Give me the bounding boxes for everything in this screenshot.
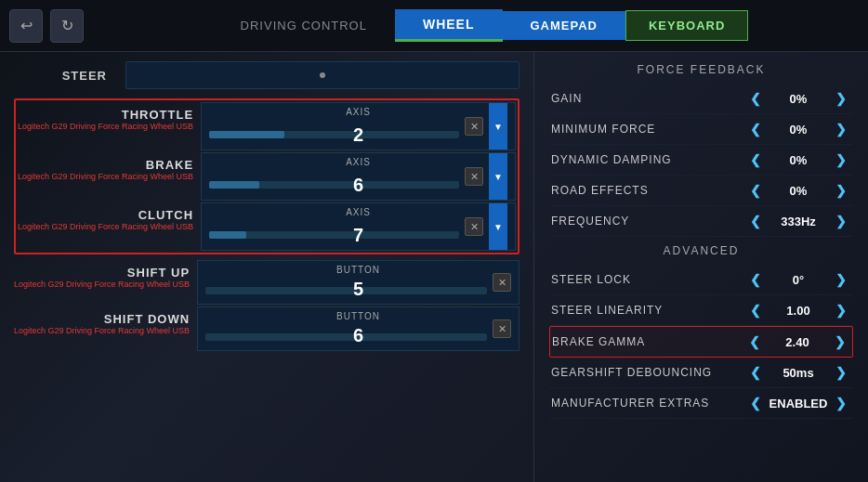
steer-linearity-right-arrow[interactable]: ❯ [831, 300, 851, 320]
shiftdown-device: Logitech G29 Driving Force Racing Wheel … [14, 326, 190, 335]
steer-label: STEER [14, 69, 107, 83]
throttle-bar [209, 131, 459, 138]
brake-bar [209, 181, 459, 189]
shiftup-bar [205, 287, 487, 294]
top-bar-icons: ↩ ↻ [9, 9, 84, 43]
brake-gamma-row: BRAKE GAMMA ❮ 2.40 ❯ [549, 326, 853, 358]
clutch-left: CLUTCH Logitech G29 Driving Force Racing… [18, 202, 201, 251]
advanced-settings: STEER LOCK ❮ 0° ❯ STEER LINEARITY ❮ 1.00… [549, 265, 853, 419]
steer-lock-right-arrow[interactable]: ❯ [831, 269, 851, 290]
throttle-clear-button[interactable]: ✕ [465, 117, 483, 136]
throttle-control: AXIS 2 ✕ ▼ [201, 102, 516, 150]
gearshift-debouncing-right-arrow[interactable]: ❯ [831, 362, 851, 383]
tab-keyboard[interactable]: KEYBOARD [625, 10, 748, 41]
gearshift-debouncing-value: 50ms [766, 366, 831, 380]
gearshift-debouncing-name: GEARSHIFT DEBOUNCING [551, 366, 745, 379]
shiftup-button-value: 5 [353, 279, 363, 300]
minimum-force-value: 0% [766, 123, 831, 137]
throttle-axis-value: 2 [353, 124, 363, 146]
clutch-clear-button[interactable]: ✕ [465, 217, 483, 236]
steer-lock-row: STEER LOCK ❮ 0° ❯ [549, 265, 853, 295]
steer-row: STEER [14, 61, 519, 89]
brake-gamma-left-arrow[interactable]: ❮ [744, 332, 765, 352]
shiftup-clear-button[interactable]: ✕ [493, 273, 511, 292]
gain-value: 0% [766, 92, 831, 106]
brake-device: Logitech G29 Driving Force Racing Wheel … [18, 172, 193, 181]
throttle-device: Logitech G29 Driving Force Racing Wheel … [18, 122, 193, 131]
main-layout: STEER THROTTLE Logitech G29 Driving Forc… [0, 52, 868, 482]
tab-wheel[interactable]: WHEEL [395, 9, 503, 42]
tabs-container: DRIVING CONTROL WHEEL GAMEPAD KEYBOARD [102, 9, 859, 42]
shiftup-control: BUTTON 5 ✕ [197, 260, 519, 305]
dynamic-damping-left-arrow[interactable]: ❮ [745, 150, 766, 170]
shiftdown-button-label: BUTTON [336, 311, 380, 321]
red-section: THROTTLE Logitech G29 Driving Force Raci… [14, 98, 519, 254]
steer-lock-left-arrow[interactable]: ❮ [745, 269, 766, 290]
brake-axis-label: AXIS [346, 157, 371, 167]
gain-right-arrow[interactable]: ❯ [831, 88, 851, 109]
clutch-device: Logitech G29 Driving Force Racing Wheel … [18, 222, 193, 231]
brake-control: AXIS 6 ✕ ▼ [201, 152, 516, 201]
normal-section: SHIFT UP Logitech G29 Driving Force Raci… [14, 260, 519, 351]
steer-lock-name: STEER LOCK [551, 273, 745, 286]
manufacturer-extras-row: MANUFACTURER EXTRAS ❮ ENABLED ❯ [549, 388, 853, 419]
force-feedback-settings: GAIN ❮ 0% ❯ MINIMUM FORCE ❮ 0% ❯ DYNAMIC… [549, 84, 853, 237]
shiftdown-clear-button[interactable]: ✕ [493, 319, 511, 338]
shiftdown-button-value: 6 [353, 325, 363, 346]
throttle-row: THROTTLE Logitech G29 Driving Force Raci… [18, 102, 516, 150]
gearshift-debouncing-left-arrow[interactable]: ❮ [745, 362, 766, 383]
tab-gamepad[interactable]: GAMEPAD [503, 11, 625, 40]
tab-driving-control[interactable]: DRIVING CONTROL [213, 11, 395, 40]
throttle-label: THROTTLE [122, 108, 193, 122]
road-effects-left-arrow[interactable]: ❮ [745, 180, 766, 201]
clutch-bar [209, 231, 459, 239]
clutch-bar-fill [209, 231, 246, 239]
undo-button[interactable]: ↩ [9, 9, 43, 43]
minimum-force-left-arrow[interactable]: ❮ [745, 119, 766, 139]
gain-left-arrow[interactable]: ❮ [745, 88, 766, 109]
manufacturer-extras-right-arrow[interactable]: ❯ [831, 393, 851, 413]
clutch-axis-value: 7 [353, 225, 363, 246]
right-panel: FORCE FEEDBACK GAIN ❮ 0% ❯ MINIMUM FORCE… [534, 52, 868, 482]
manufacturer-extras-value: ENABLED [766, 397, 831, 410]
force-feedback-title: FORCE FEEDBACK [549, 63, 853, 76]
frequency-left-arrow[interactable]: ❮ [745, 211, 766, 231]
shiftup-device: Logitech G29 Driving Force Racing Wheel … [14, 280, 190, 289]
dynamic-damping-row: DYNAMIC DAMPING ❮ 0% ❯ [549, 145, 853, 176]
steer-linearity-value: 1.00 [766, 304, 831, 318]
clutch-row: CLUTCH Logitech G29 Driving Force Racing… [18, 202, 516, 251]
steer-input-area[interactable] [125, 61, 519, 89]
brake-label: BRAKE [146, 158, 193, 172]
gain-row: GAIN ❮ 0% ❯ [549, 84, 853, 114]
gearshift-debouncing-row: GEARSHIFT DEBOUNCING ❮ 50ms ❯ [549, 358, 853, 388]
clutch-axis-label: AXIS [346, 207, 371, 217]
shiftdown-label: SHIFT DOWN [104, 312, 190, 326]
minimum-force-right-arrow[interactable]: ❯ [831, 119, 851, 139]
throttle-dropdown-button[interactable]: ▼ [489, 103, 507, 150]
brake-gamma-right-arrow[interactable]: ❯ [830, 332, 850, 352]
shiftdown-control: BUTTON 6 ✕ [197, 306, 519, 351]
brake-clear-button[interactable]: ✕ [465, 167, 483, 186]
advanced-title: ADVANCED [549, 244, 853, 257]
brake-row: BRAKE Logitech G29 Driving Force Racing … [18, 152, 516, 201]
refresh-button[interactable]: ↻ [50, 9, 84, 43]
frequency-right-arrow[interactable]: ❯ [831, 211, 851, 231]
steer-lock-value: 0° [766, 273, 831, 287]
road-effects-value: 0% [766, 184, 831, 198]
brake-axis-value: 6 [353, 175, 363, 196]
clutch-dropdown-button[interactable]: ▼ [489, 203, 507, 250]
shiftdown-left: SHIFT DOWN Logitech G29 Driving Force Ra… [14, 306, 197, 351]
brake-dropdown-button[interactable]: ▼ [489, 153, 507, 200]
shiftup-label: SHIFT UP [127, 266, 190, 280]
minimum-force-row: MINIMUM FORCE ❮ 0% ❯ [549, 114, 853, 145]
throttle-bar-fill [209, 131, 284, 138]
steer-linearity-left-arrow[interactable]: ❮ [745, 300, 766, 320]
manufacturer-extras-left-arrow[interactable]: ❮ [745, 393, 766, 413]
frequency-row: FREQUENCY ❮ 333Hz ❯ [549, 206, 853, 237]
road-effects-right-arrow[interactable]: ❯ [831, 180, 851, 201]
throttle-axis-label: AXIS [346, 107, 371, 117]
steer-dot [320, 72, 325, 78]
dynamic-damping-right-arrow[interactable]: ❯ [831, 150, 851, 170]
top-bar: ↩ ↻ DRIVING CONTROL WHEEL GAMEPAD KEYBOA… [0, 0, 868, 52]
clutch-control: AXIS 7 ✕ ▼ [201, 202, 516, 251]
